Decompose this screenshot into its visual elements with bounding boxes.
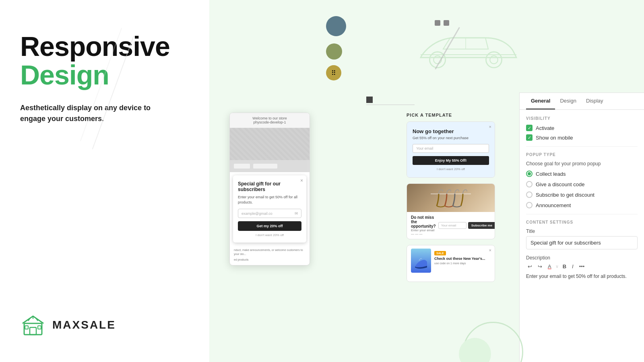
show-mobile-checkbox-row[interactable]: ✓ Show on mobile — [526, 134, 638, 141]
decor-circle-2 — [326, 43, 342, 60]
visibility-label: VISIBILITY — [526, 116, 638, 121]
mobile-body-overlay — [230, 128, 310, 160]
right-panel: ⠿ Welcome to our store physcode-develop-… — [209, 0, 644, 362]
tpl3-close[interactable]: × — [489, 248, 491, 253]
toolbar-italic[interactable]: I — [570, 263, 575, 270]
tpl2-button[interactable]: Subscribe me — [468, 222, 495, 229]
tpl2-desc: Enter your email — — — — [411, 228, 436, 236]
divider-2 — [526, 214, 638, 214]
hero-subtitle: Aesthetically display on any device to e… — [20, 103, 157, 124]
mobile-popup-button[interactable]: Get my 20% off — [238, 221, 301, 231]
check-icon-2: ✓ — [528, 135, 531, 140]
left-panel: Responsive Design Aesthetically display … — [0, 0, 209, 362]
activate-checkbox-row[interactable]: ✓ Activate — [526, 125, 638, 131]
bg-illustration — [407, 0, 519, 93]
logo-text: MAXSALE — [52, 319, 116, 331]
tpl3-body: × SALE Check out these New Year's... use… — [407, 245, 495, 282]
radio-collect-leads-circle[interactable] — [526, 171, 533, 177]
radio-announcement-label: Announcement — [536, 202, 571, 208]
toolbar-redo[interactable]: ↪ — [536, 263, 544, 270]
popup-type-desc: Choose goal for your promo popup — [526, 161, 638, 167]
divider-1 — [526, 146, 638, 147]
tpl2-image — [407, 184, 495, 212]
radio-collect-leads-label: Collect leads — [536, 171, 566, 177]
logo-area: MAXSALE — [20, 312, 189, 338]
tpl1-input[interactable]: Your email — [413, 144, 489, 153]
template-card-3[interactable]: × SALE Check out these New Year's... use… — [407, 245, 495, 282]
svg-point-9 — [486, 52, 502, 68]
check-icon: ✓ — [528, 125, 531, 131]
desc-field-label: Description — [526, 255, 638, 261]
radio-announcement[interactable]: Announcement — [526, 202, 638, 208]
tpl1-close[interactable]: × — [489, 124, 491, 129]
tpl3-text-content: SALE Check out these New Year's... use c… — [434, 249, 491, 265]
toolbar-more[interactable]: ••• — [578, 263, 586, 270]
mobile-url: Welcome to our store — [234, 116, 305, 120]
tab-design[interactable]: Design — [555, 93, 581, 109]
popup-type-label: POPUP TYPE — [526, 152, 638, 157]
title-input[interactable] — [526, 236, 638, 249]
tpl2-input[interactable]: Your email — [438, 222, 466, 229]
tab-general[interactable]: General — [526, 93, 555, 109]
settings-tabs: General Design Display — [520, 93, 644, 110]
tpl1-subtitle: Get 55% off on your next purchase — [413, 136, 489, 140]
tpl1-footer: I don't want 20% off — [413, 167, 489, 171]
mobile-mockup: Welcome to our store physcode-develop-1 … — [229, 113, 310, 265]
mobile-popup-title: Special gift for our subscribers — [238, 181, 301, 192]
decor-circle-1 — [326, 16, 346, 36]
radio-discount-code-circle[interactable] — [526, 181, 533, 187]
tpl2-title: Do not miss the opportunity? — [411, 215, 436, 228]
tpl3-product-image — [411, 249, 431, 273]
mobile-body-area — [230, 128, 310, 160]
content-settings-label: CONTENT SETTINGS — [526, 220, 638, 224]
tpl1-button[interactable]: Enjoy My 55% Off! — [413, 156, 489, 165]
hero-title-responsive: Responsive — [20, 32, 189, 61]
activate-checkbox[interactable]: ✓ — [526, 125, 533, 131]
settings-body: VISIBILITY ✓ Activate ✓ Show on mobile P… — [520, 110, 644, 286]
decor-line — [366, 105, 415, 105]
template-card-1[interactable]: × Now go together Get 55% off on your ne… — [407, 121, 495, 178]
hero-title-design: Design — [20, 61, 189, 89]
mobile-popup-footer: I don't want 20% off — [238, 233, 301, 237]
mobile-popup-desc: Enter your email to get 50% off for all … — [238, 195, 301, 205]
mobile-bottom-text: nduct, make announcements, or welcome cu… — [230, 246, 310, 264]
mobile-content-row — [230, 160, 310, 172]
tpl1-title: Now go together — [413, 128, 489, 134]
toolbar-undo[interactable]: ↩ — [526, 263, 534, 270]
decor-squares — [435, 20, 449, 28]
mobile-store-name: physcode-develop-1 — [234, 120, 305, 124]
hero-text: Responsive Design Aesthetically display … — [20, 32, 189, 124]
tpl2-input-row: Your email Subscribe me — [438, 222, 495, 229]
pick-template-label: PICK A TEMPLATE — [407, 113, 495, 117]
template-card-2[interactable]: × — [407, 183, 495, 239]
tpl3-badge: SALE — [434, 251, 446, 255]
svg-rect-1 — [30, 327, 36, 335]
description-toolbar: ↩ ↪ A ∨ B I ••• — [526, 263, 638, 270]
show-mobile-checkbox[interactable]: ✓ — [526, 134, 533, 141]
radio-subscribe-discount-label: Subscribe to get discount — [536, 192, 594, 198]
tpl3-title: Check out these New Year's... — [434, 257, 491, 261]
mobile-header: Welcome to our store physcode-develop-1 — [230, 113, 310, 128]
title-field-label: Title — [526, 228, 638, 234]
radio-collect-leads[interactable]: Collect leads — [526, 171, 638, 177]
tpl2-text: Do not miss the opportunity? Enter your … — [411, 215, 436, 236]
radio-subscribe-discount[interactable]: Subscribe to get discount — [526, 191, 638, 198]
mobile-popup-close[interactable]: × — [300, 178, 303, 183]
toolbar-color[interactable]: A — [546, 263, 553, 270]
radio-discount-code[interactable]: Give a discount code — [526, 181, 638, 187]
template-picker: PICK A TEMPLATE × Now go together Get 55… — [407, 113, 495, 288]
activate-label: Activate — [536, 125, 554, 131]
logo-icon — [20, 312, 46, 338]
tpl3-desc: use code on 1 more days — [434, 261, 491, 265]
bottom-decor — [439, 314, 519, 362]
radio-discount-code-label: Give a discount code — [536, 181, 584, 187]
tab-display[interactable]: Display — [581, 93, 608, 109]
settings-panel: General Design Display VISIBILITY ✓ Acti… — [519, 93, 644, 362]
radio-subscribe-discount-circle[interactable] — [526, 191, 533, 198]
radio-announcement-circle[interactable] — [526, 202, 533, 208]
toolbar-bold[interactable]: B — [561, 263, 568, 270]
decor-small-square — [366, 97, 373, 103]
tpl1-body: × Now go together Get 55% off on your ne… — [407, 122, 495, 177]
mobile-popup: × Special gift for our subscribers Enter… — [233, 175, 306, 243]
mobile-popup-input[interactable]: example@gmail.co ✉ — [238, 209, 301, 218]
